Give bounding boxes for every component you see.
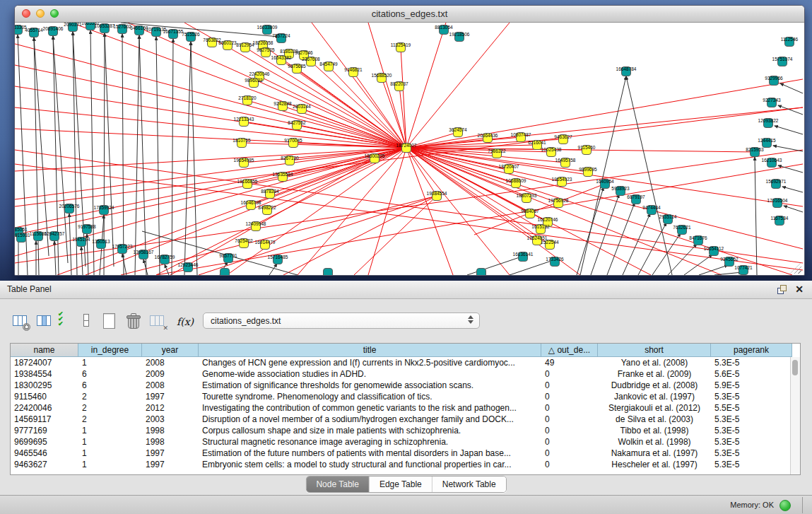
new-document-icon[interactable] (100, 312, 119, 330)
table-cell[interactable]: Jankovic et al. (1997) (598, 391, 711, 402)
citation-edge[interactable] (652, 233, 681, 275)
table-cell[interactable]: 19384554 (11, 368, 78, 380)
table-cell[interactable]: 14569117 (11, 414, 78, 425)
table-cell[interactable]: Structural magnetic resonance image aver… (199, 436, 541, 448)
table-cell[interactable]: 22420046 (11, 402, 78, 414)
citation-edge[interactable] (406, 148, 803, 206)
table-cell[interactable]: Franke et al. (2009) (598, 368, 711, 380)
citation-edge[interactable] (467, 257, 522, 275)
citation-edge[interactable] (406, 148, 453, 275)
table-cell[interactable]: 1997 (142, 448, 199, 459)
table-cell[interactable]: 1998 (142, 425, 199, 436)
citation-edge[interactable] (227, 148, 406, 275)
table-cell[interactable]: Estimation of significance thresholds fo… (199, 380, 541, 391)
table-cell[interactable]: 1 (78, 425, 142, 436)
column-header[interactable]: short (598, 344, 711, 357)
citation-edge[interactable] (755, 157, 757, 275)
table-cell[interactable]: 5.3E-5 (711, 425, 792, 436)
citation-edge[interactable] (283, 196, 437, 275)
table-cell[interactable]: 49 (541, 357, 598, 368)
table-cell[interactable]: 0 (541, 391, 598, 402)
table-row[interactable]: 1830029562008Estimation of significance … (11, 380, 792, 391)
citation-edge[interactable] (775, 126, 803, 134)
column-header[interactable]: △ out_de... (541, 344, 598, 357)
table-cell[interactable]: 2003 (142, 414, 199, 425)
table-cell[interactable]: 2 (78, 414, 142, 425)
citation-edge[interactable] (139, 35, 146, 275)
table-cell[interactable]: Yano et al. (2008) (598, 357, 711, 368)
citation-edge[interactable] (259, 76, 406, 148)
column-header[interactable]: pagerank (711, 344, 792, 357)
table-cell[interactable]: 9777169 (11, 425, 78, 436)
citation-edge[interactable] (329, 66, 406, 148)
citation-edge[interactable] (269, 264, 277, 275)
table-cell[interactable]: 0 (541, 425, 598, 436)
select-column-icon[interactable] (35, 312, 54, 330)
network-canvas[interactable]: 1663305405571420891406209037110655321065… (15, 23, 803, 275)
table-cell[interactable]: Tourette syndrome. Phenomenology and cla… (199, 391, 541, 402)
trash-icon[interactable] (124, 312, 143, 330)
tab-edge-table[interactable]: Edge Table (370, 477, 433, 492)
table-cell[interactable]: 5.6E-5 (711, 368, 792, 380)
table-cell[interactable]: 18724007 (11, 357, 78, 368)
table-cell[interactable]: 0 (541, 402, 598, 414)
citation-edge[interactable] (784, 206, 803, 212)
function-builder-icon[interactable]: f(x) (177, 312, 195, 330)
float-panel-icon[interactable] (777, 285, 787, 294)
citation-edge[interactable] (782, 187, 803, 192)
citation-edge[interactable] (773, 146, 803, 151)
table-cell[interactable]: 0 (541, 380, 598, 391)
table-cell[interactable]: 0 (541, 414, 598, 425)
table-selector-dropdown[interactable]: citations_edges.txt (203, 313, 480, 329)
citation-edge[interactable] (191, 42, 197, 275)
table-cell[interactable]: 1997 (142, 459, 199, 470)
table-cell[interactable]: 0 (541, 436, 598, 448)
table-cell[interactable]: Hescheler et al. (1997) (598, 459, 711, 470)
table-cell[interactable]: 1 (78, 357, 142, 368)
table-cell[interactable]: Nakamura et al. (1997) (598, 448, 711, 459)
citation-edge[interactable] (15, 107, 803, 206)
citation-edge[interactable] (54, 241, 56, 275)
citation-edge[interactable] (53, 36, 68, 263)
citation-edge[interactable] (122, 254, 126, 275)
table-cell[interactable]: 1998 (142, 436, 199, 448)
table-row[interactable]: 911546021997Tourette syndrome. Phenomeno… (11, 391, 792, 402)
table-row[interactable]: 1456911722003Disruption of a novel membe… (11, 414, 792, 425)
column-header[interactable]: in_degree (78, 344, 142, 357)
table-cell[interactable]: 5.3E-5 (711, 459, 792, 470)
table-cell[interactable]: 2008 (142, 357, 199, 368)
table-cell[interactable]: 18300295 (11, 380, 78, 391)
citation-edge[interactable] (626, 76, 672, 275)
citation-edge[interactable] (184, 42, 191, 275)
citation-edge[interactable] (247, 100, 406, 148)
citation-edge[interactable] (406, 23, 446, 148)
citation-edge[interactable] (699, 265, 728, 275)
table-row[interactable]: 946554611997Estimation of the future num… (11, 448, 792, 459)
table-cell[interactable]: Stergiakouli et al. (2012) (598, 402, 711, 414)
row-pair-icon[interactable] (78, 312, 96, 330)
table-cell[interactable]: 0 (541, 368, 598, 380)
table-row[interactable]: 1938455462009Genome-wide association stu… (11, 368, 792, 380)
citation-edge[interactable] (510, 260, 553, 275)
table-cell[interactable]: 9699695 (11, 436, 78, 448)
citation-edge[interactable] (81, 247, 83, 275)
citation-edge[interactable] (354, 196, 437, 275)
table-cell[interactable]: Estimation of the future numbers of pati… (199, 448, 541, 459)
table-cell[interactable]: 5.5E-5 (711, 402, 792, 414)
table-cell[interactable]: Tibbo et al. (1998) (598, 425, 711, 436)
table-cell[interactable]: Corpus callosum shape and size in male p… (199, 425, 541, 436)
table-cell[interactable]: 5.3E-5 (711, 357, 792, 368)
table-cell[interactable]: Wolkin et al. (1998) (598, 436, 711, 448)
citation-edge[interactable] (135, 35, 139, 275)
table-cell[interactable]: 5.3E-5 (711, 414, 792, 425)
column-header[interactable]: year (142, 344, 199, 357)
table-cell[interactable]: 1 (78, 448, 142, 459)
table-cell[interactable]: 9115460 (11, 391, 78, 402)
table-panel-titlebar[interactable]: Table Panel ✕ (0, 281, 812, 299)
table-cell[interactable]: Disruption of a novel member of a sodium… (199, 414, 541, 425)
table-cell[interactable]: 0 (541, 448, 598, 459)
table-cell[interactable]: 5.3E-5 (711, 448, 792, 459)
table-cell[interactable]: 2009 (142, 368, 199, 380)
table-cell[interactable]: 1997 (142, 391, 199, 402)
table-cell[interactable]: 9465546 (11, 448, 78, 459)
